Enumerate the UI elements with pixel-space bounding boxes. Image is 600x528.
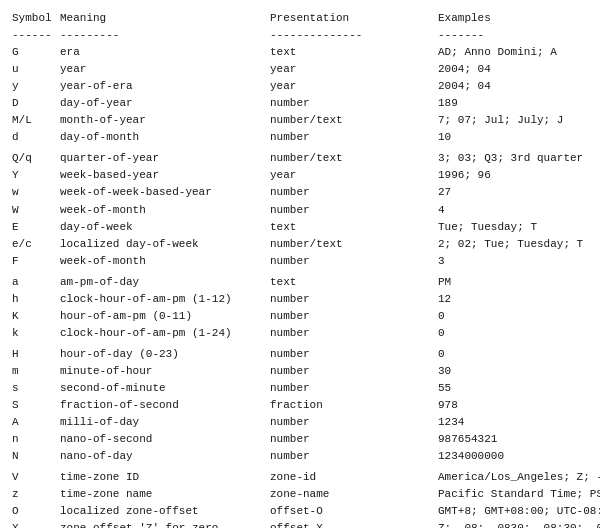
cell-symbol: M/L [12, 112, 60, 129]
cell-meaning: day-of-month [60, 129, 270, 146]
cell-examples: 2004; 04 [438, 78, 588, 95]
divider-symbol: ------ [12, 27, 60, 44]
cell-symbol: z [12, 486, 60, 503]
cell-symbol: a [12, 274, 60, 291]
cell-symbol: s [12, 380, 60, 397]
cell-examples: 0 [438, 308, 588, 325]
cell-presentation: number [270, 202, 438, 219]
table-row: Sfraction-of-secondfraction978 [12, 397, 588, 414]
cell-presentation: number/text [270, 150, 438, 167]
header-symbol: Symbol [12, 10, 60, 27]
table-row: Dday-of-yearnumber189 [12, 95, 588, 112]
cell-examples: 4 [438, 202, 588, 219]
table-row: Olocalized zone-offsetoffset-OGMT+8; GMT… [12, 503, 588, 520]
header-examples: Examples [438, 10, 588, 27]
cell-symbol: e/c [12, 236, 60, 253]
cell-presentation: number [270, 253, 438, 270]
table-row: aam-pm-of-daytextPM [12, 274, 588, 291]
cell-meaning: hour-of-am-pm (0-11) [60, 308, 270, 325]
table-row: Wweek-of-monthnumber4 [12, 202, 588, 219]
cell-presentation: text [270, 219, 438, 236]
cell-meaning: clock-hour-of-am-pm (1-24) [60, 325, 270, 342]
cell-meaning: minute-of-hour [60, 363, 270, 380]
cell-symbol: E [12, 219, 60, 236]
cell-examples: PM [438, 274, 588, 291]
cell-symbol: n [12, 431, 60, 448]
cell-meaning: nano-of-second [60, 431, 270, 448]
table-row: Hhour-of-day (0-23)number0 [12, 346, 588, 363]
cell-presentation: year [270, 167, 438, 184]
table-row: wweek-of-week-based-yearnumber27 [12, 184, 588, 201]
cell-presentation: year [270, 61, 438, 78]
cell-symbol: G [12, 44, 60, 61]
table-row: Fweek-of-monthnumber3 [12, 253, 588, 270]
cell-examples: 55 [438, 380, 588, 397]
table-row: ztime-zone namezone-namePacific Standard… [12, 486, 588, 503]
table-row: Yweek-based-yearyear1996; 96 [12, 167, 588, 184]
table-row: GeratextAD; Anno Domini; A [12, 44, 588, 61]
cell-symbol: k [12, 325, 60, 342]
cell-presentation: number [270, 363, 438, 380]
divider-examples: ------- [438, 27, 588, 44]
cell-symbol: N [12, 448, 60, 465]
cell-presentation: number [270, 380, 438, 397]
cell-examples: 30 [438, 363, 588, 380]
cell-examples: GMT+8; GMT+08:00; UTC-08:00; [438, 503, 600, 520]
table-row: Amilli-of-daynumber1234 [12, 414, 588, 431]
cell-presentation: number [270, 414, 438, 431]
cell-symbol: W [12, 202, 60, 219]
cell-symbol: A [12, 414, 60, 431]
cell-presentation: offset-X [270, 520, 438, 528]
cell-meaning: week-based-year [60, 167, 270, 184]
cell-meaning: zone-offset 'Z' for zero [60, 520, 270, 528]
table-row: Q/qquarter-of-yearnumber/text3; 03; Q3; … [12, 150, 588, 167]
cell-meaning: am-pm-of-day [60, 274, 270, 291]
cell-meaning: time-zone ID [60, 469, 270, 486]
cell-symbol: K [12, 308, 60, 325]
cell-presentation: zone-name [270, 486, 438, 503]
cell-presentation: number [270, 448, 438, 465]
cell-meaning: clock-hour-of-am-pm (1-12) [60, 291, 270, 308]
cell-presentation: number [270, 291, 438, 308]
cell-presentation: number/text [270, 112, 438, 129]
table-row: M/Lmonth-of-yearnumber/text7; 07; Jul; J… [12, 112, 588, 129]
table-row: Nnano-of-daynumber1234000000 [12, 448, 588, 465]
cell-meaning: era [60, 44, 270, 61]
cell-presentation: number [270, 325, 438, 342]
table-row: uyearyear2004; 04 [12, 61, 588, 78]
cell-examples: 2; 02; Tue; Tuesday; T [438, 236, 588, 253]
cell-symbol: h [12, 291, 60, 308]
cell-presentation: text [270, 44, 438, 61]
cell-examples: America/Los_Angeles; Z; -08:30 [438, 469, 600, 486]
cell-meaning: year [60, 61, 270, 78]
cell-symbol: Y [12, 167, 60, 184]
cell-presentation: number/text [270, 236, 438, 253]
cell-examples: 10 [438, 129, 588, 146]
cell-symbol: O [12, 503, 60, 520]
cell-examples: 0 [438, 346, 588, 363]
cell-examples: 987654321 [438, 431, 588, 448]
cell-meaning: quarter-of-year [60, 150, 270, 167]
cell-meaning: day-of-year [60, 95, 270, 112]
cell-presentation: number [270, 129, 438, 146]
cell-symbol: D [12, 95, 60, 112]
table-row: e/clocalized day-of-weeknumber/text2; 02… [12, 236, 588, 253]
cell-symbol: d [12, 129, 60, 146]
table-row: Khour-of-am-pm (0-11)number0 [12, 308, 588, 325]
cell-meaning: nano-of-day [60, 448, 270, 465]
cell-examples: 3 [438, 253, 588, 270]
cell-examples: AD; Anno Domini; A [438, 44, 588, 61]
cell-symbol: S [12, 397, 60, 414]
cell-presentation: fraction [270, 397, 438, 414]
table-row: yyear-of-erayear2004; 04 [12, 78, 588, 95]
cell-meaning: week-of-month [60, 253, 270, 270]
table-row: kclock-hour-of-am-pm (1-24)number0 [12, 325, 588, 342]
divider-meaning: --------- [60, 27, 270, 44]
cell-examples: 27 [438, 184, 588, 201]
cell-examples: 3; 03; Q3; 3rd quarter [438, 150, 588, 167]
cell-examples: Z; -08; -0830; -08:30; -083015; -08:30:1… [438, 520, 600, 528]
cell-meaning: milli-of-day [60, 414, 270, 431]
cell-meaning: month-of-year [60, 112, 270, 129]
cell-symbol: H [12, 346, 60, 363]
cell-symbol: w [12, 184, 60, 201]
